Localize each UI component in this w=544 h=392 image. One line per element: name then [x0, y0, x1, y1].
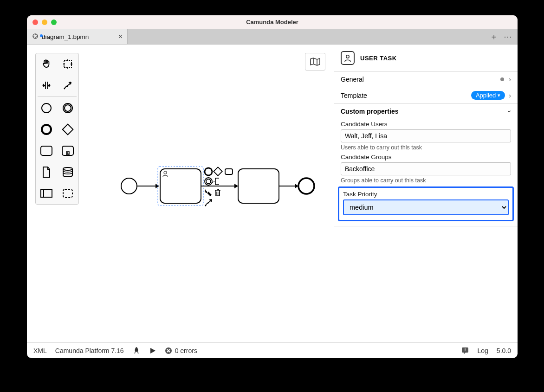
section-custom-header[interactable]: Custom properties ›: [341, 108, 511, 118]
create-data-object[interactable]: [36, 161, 57, 183]
svg-point-12: [63, 167, 72, 170]
svg-point-22: [208, 202, 209, 204]
status-run-button[interactable]: [149, 347, 156, 354]
diagram-start-event[interactable]: [121, 178, 137, 194]
candidate-users-label: Candidate Users: [341, 121, 511, 128]
create-group[interactable]: [57, 183, 78, 204]
status-deploy-button[interactable]: [132, 347, 141, 355]
rocket-icon: [132, 347, 141, 355]
create-subprocess[interactable]: [57, 140, 78, 161]
subprocess-icon: [61, 145, 74, 156]
end-event-icon: [40, 123, 52, 135]
global-connect-tool[interactable]: [57, 75, 78, 96]
svg-rect-15: [63, 189, 72, 198]
play-icon: [149, 347, 156, 354]
status-xml-button[interactable]: XML: [33, 347, 47, 354]
chevron-right-icon: ›: [509, 76, 511, 83]
diagram-user-task[interactable]: [160, 169, 201, 203]
tabbar: diagram_1.bpmn × ＋ ⋯: [27, 29, 518, 45]
tabbar-actions: ＋ ⋯: [490, 29, 518, 44]
pad-task[interactable]: [225, 169, 233, 174]
svg-point-3: [67, 86, 68, 87]
status-errors-label: 0 errors: [175, 347, 197, 354]
status-errors[interactable]: 0 errors: [165, 347, 197, 354]
svg-text:!: !: [464, 347, 466, 352]
create-gateway[interactable]: [57, 119, 78, 140]
tab-diagram[interactable]: diagram_1.bpmn ×: [27, 29, 128, 44]
user-task-icon: [341, 51, 355, 65]
error-icon: [165, 347, 172, 354]
window-maximize-button[interactable]: [51, 19, 57, 25]
tab-overflow-button[interactable]: ⋯: [504, 32, 512, 42]
pad-wrench[interactable]: [205, 189, 212, 196]
app-window: Camunda Modeler diagram_1.bpmn × ＋ ⋯: [27, 15, 518, 358]
svg-point-20: [206, 179, 211, 184]
create-intermediate-event[interactable]: [57, 97, 78, 119]
create-start-event[interactable]: [36, 97, 57, 119]
diagram-task-2[interactable]: [238, 169, 279, 203]
status-log-button[interactable]: Log: [478, 347, 488, 354]
section-general-label: General: [341, 76, 500, 83]
tool-palette: [35, 53, 79, 205]
minimap-toggle[interactable]: [305, 53, 325, 71]
space-icon: [41, 80, 52, 91]
section-template[interactable]: Template Applied ▾ ›: [334, 87, 518, 104]
create-participant[interactable]: [36, 183, 57, 204]
badge-label: Applied: [476, 92, 496, 99]
svg-rect-9: [41, 146, 52, 155]
candidate-groups-input[interactable]: [341, 162, 511, 175]
svg-rect-13: [41, 190, 52, 197]
create-end-event[interactable]: [36, 119, 57, 140]
status-feedback-button[interactable]: !: [461, 347, 469, 355]
svg-rect-8: [63, 124, 73, 135]
candidate-groups-desc: Groups able to carry out this task: [341, 177, 511, 184]
start-event-icon: [40, 102, 52, 114]
diagram-end-event[interactable]: [298, 178, 314, 194]
section-custom-properties: Custom properties › Candidate Users User…: [334, 104, 518, 226]
task-icon: [40, 145, 53, 156]
svg-point-27: [346, 55, 349, 58]
map-icon: [310, 57, 321, 66]
status-platform[interactable]: Camunda Platform 7.16: [55, 347, 124, 354]
create-task[interactable]: [36, 140, 57, 161]
window-close-button[interactable]: [32, 19, 38, 25]
bpmn-diagram: [115, 151, 319, 221]
window-minimize-button[interactable]: [42, 19, 47, 25]
create-data-store[interactable]: [57, 161, 78, 183]
dirty-indicator-icon: [40, 34, 43, 37]
svg-marker-24: [234, 184, 238, 188]
gateway-icon: [62, 123, 74, 135]
section-general[interactable]: General ›: [334, 72, 518, 87]
new-tab-button[interactable]: ＋: [490, 31, 498, 42]
hand-tool[interactable]: [36, 53, 57, 75]
hand-icon: [41, 58, 52, 70]
pad-annotation[interactable]: [212, 178, 219, 185]
task-priority-select[interactable]: medium: [343, 199, 509, 215]
task-priority-label: Task Priority: [343, 191, 509, 198]
lasso-icon: [62, 58, 73, 70]
statusbar: XML Camunda Platform 7.16 0 errors ! Log…: [27, 342, 518, 358]
body: USER TASK General › Template Applied ▾ ›…: [27, 45, 518, 342]
candidate-users-input[interactable]: [341, 129, 511, 142]
group-icon: [62, 188, 74, 199]
connect-icon: [62, 80, 73, 91]
titlebar: Camunda Modeler: [27, 15, 518, 29]
lasso-tool[interactable]: [57, 53, 78, 75]
pad-connect[interactable]: [205, 199, 212, 206]
data-object-icon: [41, 166, 52, 178]
candidate-groups-label: Candidate Groups: [341, 154, 511, 161]
pad-end-event[interactable]: [205, 168, 212, 175]
pad-intermediate-event[interactable]: [205, 178, 212, 185]
task-priority-highlight: Task Priority medium: [338, 186, 514, 221]
section-template-label: Template: [341, 92, 471, 99]
pad-delete[interactable]: [215, 189, 220, 196]
properties-panel: USER TASK General › Template Applied ▾ ›…: [334, 45, 518, 342]
canvas[interactable]: [27, 45, 334, 342]
props-header-title: USER TASK: [360, 55, 397, 62]
space-tool[interactable]: [36, 75, 57, 96]
tab-close-button[interactable]: ×: [118, 32, 123, 41]
pad-gateway[interactable]: [214, 167, 222, 175]
template-applied-badge[interactable]: Applied ▾: [471, 91, 505, 100]
svg-point-21: [205, 205, 207, 206]
traffic-lights: [27, 19, 57, 25]
